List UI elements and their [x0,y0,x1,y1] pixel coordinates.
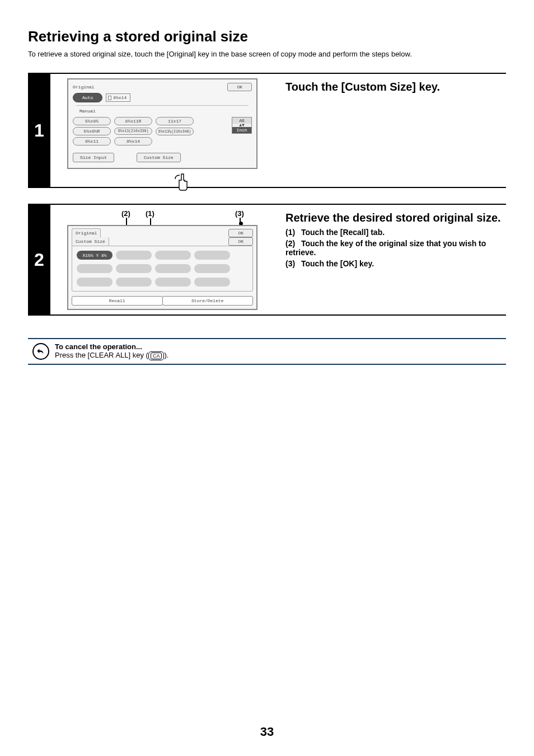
note-body: Press the [CLEAR ALL] key (CA). [55,351,168,360]
note-section: To cancel the operation... Press the [CL… [28,338,506,365]
page-title: Retrieving a stored original size [28,28,506,45]
size-btn[interactable]: 5½x8½ [73,117,111,125]
stored-size-slot[interactable] [155,251,191,260]
stored-size-slot[interactable] [194,251,230,260]
panel2-title: Original [72,228,101,237]
paper-indicator: 8½x14 [106,93,130,102]
intro-text: To retrieve a stored original size, touc… [28,50,506,58]
store-delete-tab[interactable]: Store/Delete [162,296,254,306]
stored-size-slot[interactable] [116,278,152,287]
stored-size-slot[interactable] [155,264,191,273]
panel2-outer-ok-button[interactable]: OK [228,229,253,237]
note-title: To cancel the operation... [55,342,168,351]
stored-size-slot[interactable] [194,264,230,273]
size-btn[interactable]: 8½x11R [114,117,152,125]
undo-icon [32,343,49,360]
custom-size-tab: Custom Size [72,237,109,246]
size-btn[interactable]: 8½x14 [114,137,152,145]
step1-heading: Touch the [Custom Size] key. [285,81,502,93]
step-1: 1 Original OK Auto 8½x14 Manual [28,73,506,188]
stored-size-slot[interactable] [116,251,152,260]
clear-all-key-icon: CA [148,351,165,360]
panel1-title: Original [73,84,94,90]
panel1-ok-button[interactable]: OK [227,83,252,91]
size-input-button[interactable]: Size Input [73,153,114,162]
step-1-number: 1 [28,74,50,187]
stored-size-selected[interactable]: X15½ Y 8½ [77,251,113,260]
step2-item2: (2)Touch the key of the original size th… [285,239,502,257]
auto-button[interactable]: Auto [73,93,102,102]
touch-cursor-icon [174,173,189,194]
size-btn[interactable]: 8½x13⅖(216x340) [156,128,194,135]
unit-toggle[interactable]: AB ▲▼ Inch [232,117,252,134]
stored-size-slot[interactable] [77,264,113,273]
recall-tab[interactable]: Recall [72,296,163,306]
page-number: 33 [0,725,534,739]
custom-size-button[interactable]: Custom Size [137,153,181,162]
stored-size-slot[interactable] [194,278,230,287]
step2-item1: (1)Touch the [Recall] tab. [285,228,502,237]
unit-inch: Inch [232,127,251,133]
stored-size-slot[interactable] [155,278,191,287]
panel2-inner-ok-button[interactable]: OK [228,237,253,246]
step-2-number: 2 [28,205,50,314]
step-2: 2 (2) (1) (3) [28,204,506,316]
step2-item3: (3)Touch the [OK] key. [285,259,502,268]
manual-label: Manual [73,109,96,114]
size-btn[interactable]: 11x17 [156,117,194,125]
stored-size-slot[interactable] [77,278,113,287]
callout-1: (1) [146,209,154,218]
step1-panel: Original OK Auto 8½x14 Manual 5½x8½ 8½x [67,78,257,169]
size-btn[interactable]: 5½x8½R [73,127,111,135]
size-btn[interactable]: 8½x13(216x330) [114,128,152,135]
step2-panel: Original OK Custom Size OK X15½ Y 8½ [67,225,257,310]
size-btn[interactable]: 8½x11 [73,137,111,145]
step2-heading: Retrieve the desired stored original siz… [285,212,502,224]
stored-size-slot[interactable] [116,264,152,273]
